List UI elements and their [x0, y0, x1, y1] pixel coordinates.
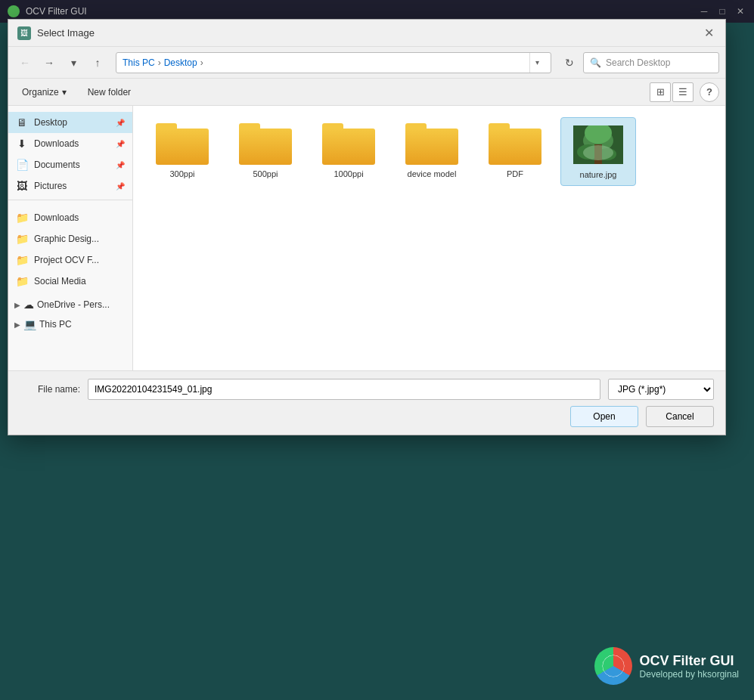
- downloads-folder-icon: 📁: [16, 212, 28, 224]
- view-large-icons-button[interactable]: ⊞: [650, 82, 671, 102]
- onedrive-label: OneDrive - Pers...: [37, 299, 110, 310]
- minimize-button[interactable]: ─: [698, 5, 710, 17]
- address-dropdown-button[interactable]: ▾: [529, 53, 545, 73]
- sidebar-item-desktop[interactable]: 🖥 Desktop 📌: [8, 112, 132, 133]
- breadcrumb: This PC › Desktop ›: [123, 57, 529, 68]
- back-button[interactable]: ←: [14, 52, 36, 73]
- folder-icon-pdf: [489, 123, 541, 165]
- folder-icon-device-model: [405, 123, 458, 165]
- onedrive-icon: ☁: [23, 299, 34, 311]
- downloads-pin-icon: ⬇: [16, 138, 28, 150]
- sidebar-divider: [8, 200, 132, 204]
- sidebar-desktop-label: Desktop: [34, 117, 67, 128]
- folder-icon-300ppi: [156, 123, 209, 165]
- pictures-pin-icon: 📌: [116, 182, 125, 190]
- maximize-button[interactable]: □: [716, 5, 728, 17]
- folder-icon-500ppi: [239, 123, 292, 165]
- sidebar-thispc-section[interactable]: ▶ 💻 This PC: [8, 314, 132, 334]
- file-item-300ppi[interactable]: 300ppi: [144, 117, 220, 186]
- svg-rect-5: [594, 144, 602, 164]
- sidebar-item-downloads-pin[interactable]: ⬇ Downloads 📌: [8, 133, 132, 154]
- search-icon: 🔍: [590, 57, 601, 68]
- social-media-icon: 📁: [16, 275, 28, 287]
- open-button-label: Open: [593, 411, 615, 422]
- new-folder-button[interactable]: New folder: [80, 82, 138, 102]
- sidebar-downloads-pin-label: Downloads: [34, 138, 79, 149]
- breadcrumb-thispc[interactable]: This PC: [123, 57, 155, 68]
- sidebar-item-social-media[interactable]: 📁 Social Media: [8, 271, 132, 292]
- dialog-nav-toolbar: ← → ▾ ↑ This PC › Desktop › ▾ ↻ 🔍 Search…: [8, 47, 725, 79]
- search-bar[interactable]: 🔍 Search Desktop: [583, 52, 719, 73]
- sidebar-item-downloads[interactable]: 📁 Downloads: [8, 207, 132, 228]
- project-ocv-icon: 📁: [16, 254, 28, 266]
- file-icon-nature: [572, 124, 625, 166]
- documents-pin-icon: 📌: [116, 161, 125, 169]
- up-button[interactable]: ↑: [87, 52, 108, 73]
- sidebar-documents-label: Documents: [34, 160, 80, 170]
- file-name-1000ppi: 1000ppi: [334, 169, 363, 178]
- dropdown-button[interactable]: ▾: [63, 52, 84, 73]
- thispc-icon: 💻: [23, 318, 36, 330]
- sidebar-graphic-design-label: Graphic Desig...: [34, 234, 99, 244]
- new-folder-label: New folder: [88, 87, 131, 98]
- thispc-expand-icon: ▶: [14, 321, 20, 329]
- filename-input[interactable]: [88, 379, 600, 400]
- filename-label: File name:: [20, 384, 80, 395]
- documents-icon: 📄: [16, 159, 28, 171]
- organize-button[interactable]: Organize ▾: [14, 82, 74, 102]
- folder-icon-1000ppi: [322, 123, 375, 165]
- file-name-500ppi: 500ppi: [253, 169, 278, 178]
- sidebar-project-ocv-label: Project OCV F...: [34, 255, 99, 265]
- breadcrumb-sep2: ›: [200, 57, 203, 68]
- downloads-pin-pin-icon: 📌: [116, 140, 125, 148]
- file-name-nature: nature.jpg: [580, 170, 617, 179]
- organize-arrow: ▾: [62, 87, 67, 98]
- dialog-action-toolbar: Organize ▾ New folder ⊞ ☰ ?: [8, 79, 725, 106]
- onedrive-expand-icon: ▶: [14, 301, 20, 309]
- file-item-pdf[interactable]: PDF: [477, 117, 553, 186]
- help-button[interactable]: ?: [700, 82, 719, 102]
- breadcrumb-desktop[interactable]: Desktop: [164, 57, 197, 68]
- filetype-select[interactable]: JPG (*.jpg*) PNG (*.png*) All Files (*.*…: [608, 379, 714, 400]
- dialog-titlebar: 🖼 Select Image ✕: [8, 20, 725, 47]
- cancel-button[interactable]: Cancel: [646, 406, 714, 427]
- graphic-design-icon: 📁: [16, 233, 28, 245]
- dialog-close-button[interactable]: ✕: [701, 26, 716, 41]
- open-button[interactable]: Open: [570, 406, 638, 427]
- file-name-pdf: PDF: [507, 169, 523, 178]
- app-logo-title: OCV Filter GUI: [640, 653, 739, 669]
- filename-row: File name: JPG (*.jpg*) PNG (*.png*) All…: [20, 379, 714, 400]
- dialog-footer: File name: JPG (*.jpg*) PNG (*.png*) All…: [8, 370, 725, 435]
- organize-label: Organize: [22, 87, 59, 98]
- sidebar-pictures-label: Pictures: [34, 181, 67, 191]
- app-icon: [8, 5, 20, 17]
- app-logo: OCV Filter GUI Developed by hksorginal: [594, 647, 739, 685]
- app-logo-icon: [594, 647, 632, 685]
- desktop-icon: 🖥: [16, 116, 28, 129]
- address-bar[interactable]: This PC › Desktop › ▾: [116, 52, 551, 73]
- svg-point-4: [598, 148, 616, 160]
- dialog-title: Select Image: [37, 27, 701, 39]
- titlebar-controls: ─ □ ✕: [698, 5, 746, 17]
- sidebar-item-documents[interactable]: 📄 Documents 📌: [8, 154, 132, 175]
- file-item-nature[interactable]: nature.jpg: [560, 117, 636, 186]
- file-item-1000ppi[interactable]: 1000ppi: [311, 117, 386, 186]
- dialog-sidebar: 🖥 Desktop 📌 ⬇ Downloads 📌 📄 Documents 📌 …: [8, 106, 133, 370]
- cancel-button-label: Cancel: [666, 411, 693, 422]
- sidebar-downloads-label: Downloads: [34, 212, 79, 223]
- sidebar-item-project-ocv[interactable]: 📁 Project OCV F...: [8, 249, 132, 271]
- sidebar-item-pictures[interactable]: 🖼 Pictures 📌: [8, 175, 132, 197]
- file-name-300ppi: 300ppi: [169, 169, 194, 178]
- forward-button[interactable]: →: [39, 52, 60, 73]
- sidebar-onedrive-section[interactable]: ▶ ☁ OneDrive - Pers...: [8, 295, 132, 314]
- file-item-500ppi[interactable]: 500ppi: [228, 117, 303, 186]
- dialog-actions: Open Cancel: [20, 406, 714, 427]
- file-item-device-model[interactable]: device model: [394, 117, 470, 186]
- view-details-button[interactable]: ☰: [672, 82, 693, 102]
- sidebar-item-graphic-design[interactable]: 📁 Graphic Desig...: [8, 228, 132, 249]
- app-logo-text-container: OCV Filter GUI Developed by hksorginal: [640, 653, 739, 680]
- view-buttons: ⊞ ☰: [650, 82, 693, 102]
- refresh-button[interactable]: ↻: [559, 52, 580, 73]
- close-button[interactable]: ✕: [734, 5, 746, 17]
- svg-point-3: [577, 144, 600, 160]
